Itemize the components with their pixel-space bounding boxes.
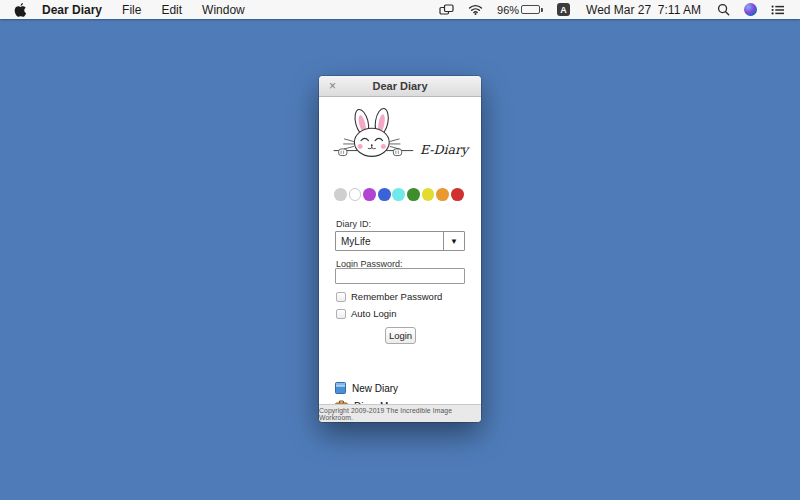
copyright-footer: Copyright 2009-2019 The Incredible Image… <box>319 404 481 422</box>
apple-menu-icon[interactable] <box>8 2 32 17</box>
remember-password-label: Remember Password <box>351 291 442 302</box>
bunny-illustration <box>332 105 415 163</box>
menu-bar: Dear Diary File Edit Window 96% <box>0 0 800 19</box>
auto-login-option[interactable]: Auto Login <box>336 308 396 319</box>
battery-percent-label: 96% <box>497 4 521 16</box>
notification-center-icon[interactable] <box>764 4 792 16</box>
remember-password-checkbox[interactable] <box>336 292 346 302</box>
new-diary-book-icon <box>335 382 346 394</box>
login-button[interactable]: Login <box>385 327 416 344</box>
menu-window[interactable]: Window <box>192 3 255 17</box>
auto-login-label: Auto Login <box>351 308 396 319</box>
window-title-bar[interactable]: × Dear Diary <box>319 76 481 97</box>
auto-login-checkbox[interactable] <box>336 309 346 319</box>
menu-bar-clock[interactable]: Wed Mar 27 7:11 AM <box>577 3 710 17</box>
diary-id-dropdown[interactable]: MyLife ▼ <box>335 231 465 251</box>
wifi-icon[interactable] <box>461 4 490 15</box>
new-diary-link[interactable]: New Diary <box>335 382 398 394</box>
color-dot-green[interactable] <box>407 188 420 201</box>
input-source-icon: A <box>557 3 570 16</box>
color-dot-yellow[interactable] <box>422 188 435 201</box>
spotlight-search-icon[interactable] <box>710 3 737 16</box>
battery-icon <box>521 5 543 14</box>
app-logo-caption: E-Diary <box>420 142 468 157</box>
window-title: Dear Diary <box>319 80 481 92</box>
color-dot-cyan[interactable] <box>392 188 405 201</box>
color-dot-red[interactable] <box>451 188 464 201</box>
login-password-input[interactable] <box>335 268 465 284</box>
color-palette <box>334 188 464 201</box>
new-diary-label: New Diary <box>352 383 398 394</box>
remember-password-option[interactable]: Remember Password <box>336 291 442 302</box>
siri-icon[interactable] <box>737 3 764 16</box>
color-dot-blue[interactable] <box>378 188 391 201</box>
display-mirroring-icon[interactable] <box>432 4 461 16</box>
active-app-name[interactable]: Dear Diary <box>32 3 112 17</box>
battery-status[interactable]: 96% <box>490 4 550 16</box>
menu-edit[interactable]: Edit <box>151 3 192 17</box>
color-dot-orange[interactable] <box>436 188 449 201</box>
color-dot-white[interactable] <box>349 188 362 201</box>
menu-file[interactable]: File <box>112 3 151 17</box>
dear-diary-window: × Dear Diary <box>319 76 481 422</box>
dropdown-arrow-icon[interactable]: ▼ <box>443 232 464 250</box>
input-source-menu[interactable]: A <box>550 3 577 16</box>
color-dot-purple[interactable] <box>363 188 376 201</box>
diary-id-value: MyLife <box>336 236 443 247</box>
app-logo: E-Diary <box>332 103 468 163</box>
color-dot-gray[interactable] <box>334 188 347 201</box>
diary-id-label: Diary ID: <box>336 219 371 229</box>
